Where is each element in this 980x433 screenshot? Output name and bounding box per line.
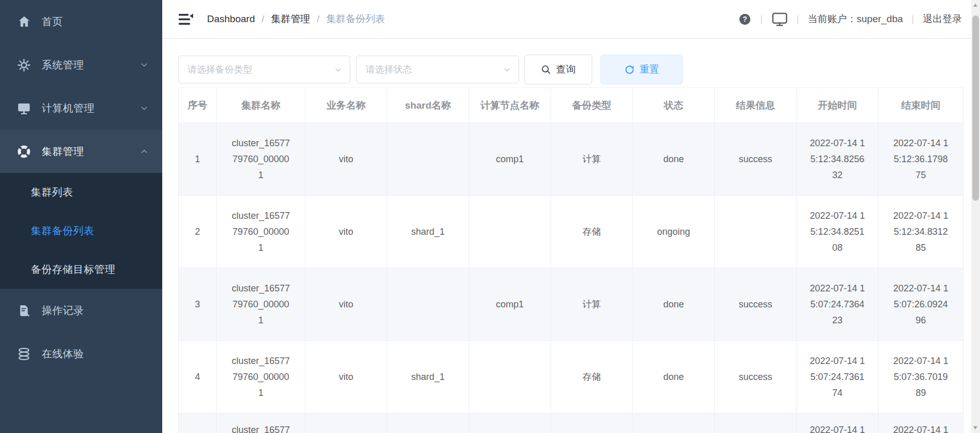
sidebar-collapse-icon[interactable]	[178, 12, 194, 26]
table-cell: cluster_16577	[217, 413, 305, 433]
table-row: 2cluster_1657779760_000001vitoshard_1存储o…	[179, 196, 964, 268]
sidebar-item-label: 在线体验	[42, 347, 149, 361]
display-monitor-icon[interactable]	[771, 12, 788, 27]
table-cell: done	[633, 341, 715, 413]
table-cell: comp1	[469, 268, 551, 341]
database-icon	[17, 347, 31, 361]
sidebar-item-label: 操作记录	[42, 304, 149, 318]
cluster-management-submenu: 集群列表 集群备份列表 备份存储目标管理	[0, 173, 162, 289]
search-button-label: 查询	[556, 63, 576, 76]
reset-button[interactable]: 重置	[600, 55, 683, 84]
breadcrumb-separator: /	[262, 13, 264, 25]
table-cell: shard_1	[387, 196, 469, 268]
sidebar-item-computer-management[interactable]: 计算机管理	[0, 86, 162, 130]
table-cell	[387, 268, 469, 341]
help-icon[interactable]: ?	[738, 13, 751, 26]
table-cell: 计算	[551, 123, 633, 196]
table-cell	[633, 413, 715, 433]
sidebar-subitem-label: 备份存储目标管理	[31, 263, 115, 276]
chevron-up-icon	[140, 147, 149, 156]
sidebar-item-label: 系统管理	[42, 58, 140, 72]
breadcrumb-separator: /	[317, 13, 319, 25]
table-cell: success	[715, 123, 797, 196]
scrollbar-up-arrow[interactable]	[973, 4, 977, 7]
chevron-down-icon	[503, 65, 511, 74]
table-cell	[715, 413, 797, 433]
backup-table-wrap: 序号集群名称业务名称shard名称计算节点名称备份类型状态结果信息开始时间结束时…	[178, 88, 964, 433]
breadcrumb-item-dashboard[interactable]: Dashboard	[207, 13, 255, 25]
status-placeholder: 请选择状态	[366, 63, 412, 76]
table-cell: ongoing	[633, 196, 715, 268]
column-header: 业务名称	[305, 88, 387, 123]
table-cell: success	[715, 268, 797, 341]
sidebar-item-backup-storage-target[interactable]: 备份存储目标管理	[0, 250, 162, 289]
sidebar-item-cluster-backup-list[interactable]: 集群备份列表	[0, 212, 162, 250]
topbar-divider: |	[912, 14, 914, 25]
filter-bar: 请选择备份类型 请选择状态 查询 重置	[178, 55, 683, 84]
column-header: 计算节点名称	[469, 88, 551, 123]
search-button[interactable]: 查询	[524, 55, 592, 84]
svg-text:?: ?	[743, 15, 747, 23]
table-cell: cluster_1657779760_000001	[217, 123, 305, 196]
table-cell	[387, 123, 469, 196]
table-cell: cluster_1657779760_000001	[217, 268, 305, 341]
cluster-icon	[17, 145, 31, 159]
topbar-divider: |	[797, 14, 799, 25]
sidebar-item-operation-log[interactable]: 操作记录	[0, 289, 162, 332]
search-icon	[541, 64, 552, 75]
table-cell: done	[633, 123, 715, 196]
table-cell: 4	[179, 341, 217, 413]
backup-type-placeholder: 请选择备份类型	[187, 63, 252, 76]
sidebar-item-label: 首页	[42, 15, 149, 29]
table-row: cluster_165772022-07-14 12022-07-14 1	[179, 413, 964, 433]
table-cell: vito	[305, 268, 387, 341]
sidebar-item-cluster-management[interactable]: 集群管理	[0, 130, 162, 173]
table-cell: vito	[305, 123, 387, 196]
table-cell: 2022-07-14 15:07:26.092496	[879, 268, 964, 341]
table-cell: shard_1	[387, 341, 469, 413]
column-header: 状态	[633, 88, 715, 123]
sidebar-item-system-management[interactable]: 系统管理	[0, 43, 162, 86]
reset-button-label: 重置	[640, 63, 659, 76]
logout-button[interactable]: 退出登录	[923, 12, 962, 26]
table-cell: 存储	[551, 196, 633, 268]
backup-type-select[interactable]: 请选择备份类型	[178, 56, 350, 83]
monitor-icon	[17, 101, 31, 115]
table-cell: vito	[305, 341, 387, 413]
breadcrumb-item-current: 集群备份列表	[326, 12, 385, 26]
sidebar-item-label: 计算机管理	[42, 101, 140, 115]
table-cell: vito	[305, 196, 387, 268]
table-header-row: 序号集群名称业务名称shard名称计算节点名称备份类型状态结果信息开始时间结束时…	[179, 88, 964, 123]
scrollbar-thumb[interactable]	[972, 15, 979, 201]
table-cell: cluster_1657779760_000001	[217, 341, 305, 413]
table-cell: 2022-07-14 15:07:24.736423	[797, 268, 879, 341]
sidebar-item-online-experience[interactable]: 在线体验	[0, 332, 162, 375]
table-row: 4cluster_1657779760_000001vitoshard_1存储d…	[179, 341, 964, 413]
table-row: 1cluster_1657779760_000001vitocomp1计算don…	[179, 123, 964, 196]
home-icon	[17, 15, 31, 29]
table-body: 1cluster_1657779760_000001vitocomp1计算don…	[179, 123, 964, 433]
table-cell	[179, 413, 217, 433]
status-select[interactable]: 请选择状态	[356, 56, 519, 83]
table-cell: cluster_1657779760_000001	[217, 196, 305, 268]
table-cell: 计算	[551, 268, 633, 341]
sidebar-item-cluster-list[interactable]: 集群列表	[0, 173, 162, 212]
column-header: 序号	[179, 88, 217, 123]
table-cell	[551, 413, 633, 433]
sidebar-item-home[interactable]: 首页	[0, 0, 162, 43]
table-cell: 2022-07-14 15:07:24.736174	[797, 341, 879, 413]
topbar-right: ? | | 当前账户：super_dba | 退出登录	[738, 12, 967, 27]
breadcrumb-item-cluster-management[interactable]: 集群管理	[271, 12, 310, 26]
table-cell	[305, 413, 387, 433]
table-cell: success	[715, 341, 797, 413]
table-cell	[387, 413, 469, 433]
table-cell: 2022-07-14 15:12:34.831285	[879, 196, 964, 268]
column-header: 结果信息	[715, 88, 797, 123]
sidebar-subitem-label: 集群备份列表	[31, 224, 94, 238]
cluster-backup-table: 序号集群名称业务名称shard名称计算节点名称备份类型状态结果信息开始时间结束时…	[178, 88, 964, 433]
table-cell: done	[633, 268, 715, 341]
table-cell: 2022-07-14 15:07:36.701989	[879, 341, 964, 413]
scrollbar-down-arrow[interactable]	[973, 426, 977, 429]
table-cell: 2022-07-14 1	[797, 413, 879, 433]
document-edit-icon	[17, 304, 31, 318]
